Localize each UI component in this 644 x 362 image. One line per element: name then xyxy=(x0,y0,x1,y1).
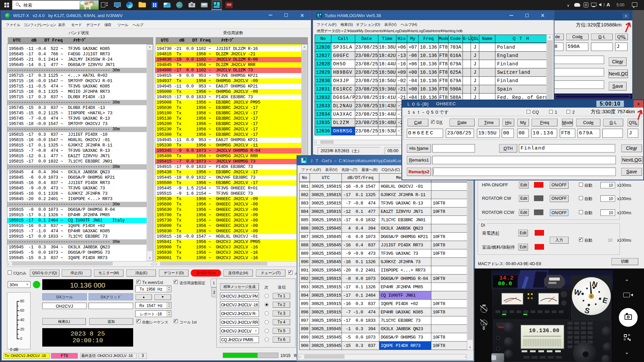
svg-text:E: E xyxy=(602,296,609,305)
svg-text:W: W xyxy=(573,288,582,298)
svg-text:S: S xyxy=(584,306,591,315)
